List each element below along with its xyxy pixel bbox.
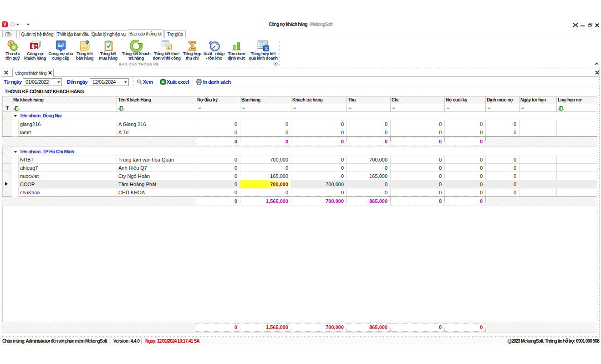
svg-text:c: c — [18, 107, 20, 110]
svg-text:a: a — [13, 107, 15, 110]
svg-text:Σ: Σ — [168, 45, 170, 50]
svg-text:a: a — [118, 107, 120, 110]
svg-text:Σ: Σ — [265, 46, 268, 51]
svg-text:$: $ — [13, 45, 15, 50]
svg-text:c: c — [123, 107, 124, 110]
svg-text:a: a — [558, 107, 560, 110]
svg-text:c: c — [563, 107, 564, 110]
